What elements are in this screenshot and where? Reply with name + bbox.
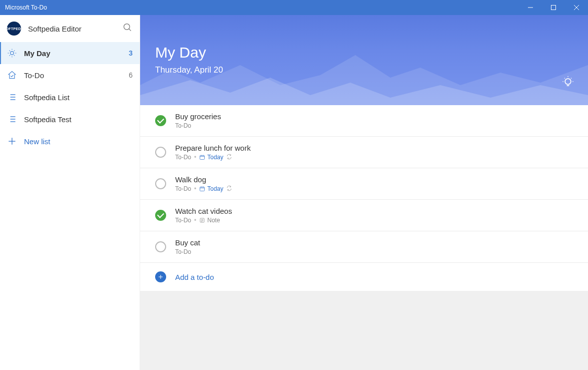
svg-rect-4 (200, 156, 205, 160)
task-title: Walk dog (175, 175, 232, 184)
list-icon (7, 114, 17, 124)
task-checkbox[interactable] (155, 241, 166, 252)
plus-icon (158, 274, 164, 280)
titlebar: Microsoft To-Do (0, 0, 588, 15)
plus-icon (7, 136, 17, 146)
repeat-icon (226, 185, 232, 193)
task-meta: To-Do• Today (175, 154, 251, 161)
avatar: SOFTPEDIA (7, 22, 21, 36)
window-title: Microsoft To-Do (5, 4, 47, 11)
task-meta: To-Do• Today (175, 185, 232, 193)
sidebar-item-my-day[interactable]: My Day 3 (0, 42, 140, 64)
sidebar-item-label: Softpedia Test (24, 115, 133, 124)
add-label: Add a to-do (175, 273, 214, 281)
task-row[interactable]: Prepare lunch for work To-Do• Today (140, 137, 588, 168)
task-row[interactable]: Walk dog To-Do• Today (140, 168, 588, 200)
task-title: Prepare lunch for work (175, 144, 251, 152)
calendar-icon (199, 186, 205, 192)
task-title: Watch cat videos (175, 207, 232, 215)
svg-point-3 (565, 79, 571, 85)
add-todo-row[interactable]: Add a to-do (140, 263, 588, 291)
task-title: Buy groceries (175, 112, 221, 121)
search-icon (123, 23, 133, 33)
task-checkbox[interactable] (155, 210, 166, 221)
sidebar-item-todo[interactable]: To-Do 6 (0, 64, 140, 86)
sidebar-item-label: To-Do (24, 71, 129, 80)
sun-icon (7, 48, 17, 58)
page-title: My Day (155, 44, 573, 61)
home-icon (7, 70, 17, 80)
calendar-icon (199, 154, 205, 160)
sidebar-item-count: 3 (129, 49, 133, 57)
task-title: Buy cat (175, 238, 200, 247)
task-meta: To-Do (175, 122, 221, 129)
sidebar: SOFTPEDIA Softpedia Editor My Day 3 To-D… (0, 15, 140, 370)
task-row[interactable]: Watch cat videos To-Do• Note (140, 200, 588, 231)
svg-rect-5 (200, 187, 205, 191)
sidebar-item-label: Softpedia List (24, 93, 133, 102)
sidebar-item-label: My Day (24, 49, 129, 58)
lightbulb-icon (561, 75, 575, 89)
minimize-button[interactable] (519, 0, 542, 15)
task-checkbox[interactable] (155, 147, 166, 158)
task-row[interactable]: Buy cat To-Do (140, 231, 588, 263)
note-icon (199, 217, 205, 223)
sidebar-item-softpedia-list[interactable]: Softpedia List (0, 86, 140, 108)
suggestions-button[interactable] (561, 75, 575, 91)
add-button[interactable] (155, 271, 166, 282)
svg-point-1 (124, 24, 130, 30)
due-badge: Today (199, 154, 223, 161)
task-row[interactable]: Buy groceries To-Do (140, 105, 588, 137)
hero: My Day Thursday, April 20 (140, 15, 588, 105)
due-badge: Today (199, 185, 223, 192)
task-meta: To-Do• Note (175, 217, 232, 224)
svg-rect-0 (551, 6, 556, 10)
new-list-button[interactable]: New list (0, 130, 140, 152)
sidebar-item-softpedia-test[interactable]: Softpedia Test (0, 108, 140, 130)
user-name: Softpedia Editor (28, 25, 123, 33)
page-date: Thursday, April 20 (155, 65, 573, 75)
task-meta: To-Do (175, 248, 200, 255)
list-icon (7, 92, 17, 102)
close-button[interactable] (565, 0, 588, 15)
maximize-button[interactable] (542, 0, 565, 15)
new-list-label: New list (24, 137, 133, 146)
svg-point-2 (11, 52, 14, 55)
task-checkbox[interactable] (155, 178, 166, 189)
main-pane: My Day Thursday, April 20 Buy groceries … (140, 15, 588, 370)
task-checkbox[interactable] (155, 115, 166, 126)
search-button[interactable] (123, 23, 133, 35)
sidebar-item-count: 6 (129, 71, 133, 79)
note-badge: Note (199, 217, 220, 224)
repeat-icon (226, 154, 232, 161)
task-list: Buy groceries To-Do Prepare lunch for wo… (140, 105, 588, 291)
user-row[interactable]: SOFTPEDIA Softpedia Editor (0, 15, 140, 42)
